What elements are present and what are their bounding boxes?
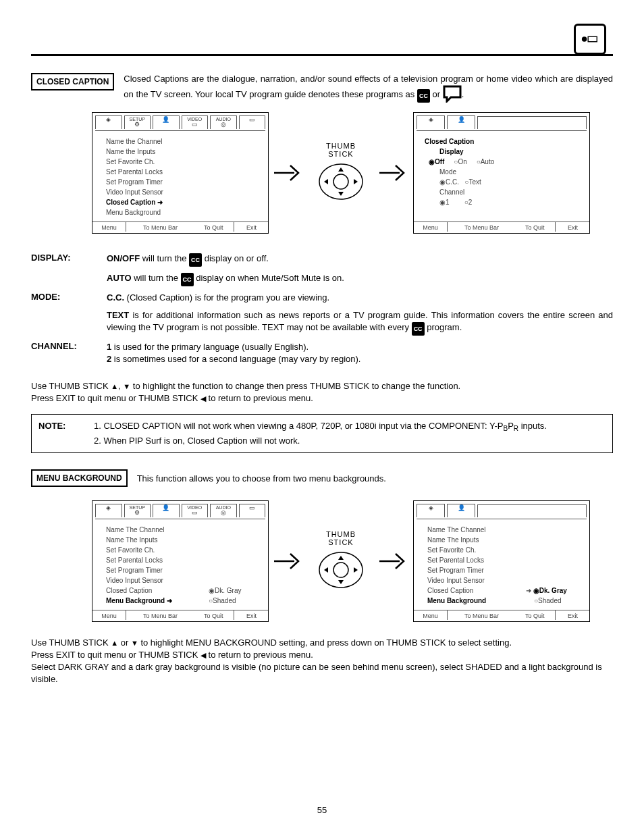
menu-item: Video Input Sensor [427,575,526,585]
menu-background-heading: MENU BACKGROUND [31,469,128,487]
menu-item: Set Program Timer [106,177,260,187]
channel-label: CHANNEL: [31,341,107,351]
closed-caption-heading: CLOSED CAPTION [31,73,114,90]
option-group: Display [439,147,581,157]
menu-item: Closed Caption [427,585,526,596]
display-label: DISPLAY: [31,253,107,263]
thumb-stick-illustration: THUMBSTICK [316,530,366,593]
menu-item: Name The Inputs [427,535,526,545]
menu-item: Closed Caption [106,585,209,596]
instruction-text: Use THUMB STICK ▲, ▼ to highlight the fu… [31,380,613,405]
menu-tabbar: ◈ SETUP⚙ 👤 VIDEO▭ AUDIO◎ ▭ [92,113,268,129]
menu-item: Name the Channel [106,136,260,147]
closed-caption-submenu-screen: ◈ 👤 Closed Caption Display Off On Auto M… [413,112,590,234]
menu-item: Set Favorite Ch. [106,545,209,555]
option-group: Mode [439,167,581,177]
option-group: Channel [439,187,581,197]
cc-icon: CC [412,322,425,336]
menu-item: Video Input Sensor [106,187,260,197]
channel-desc: 1 is used for the primary language (usua… [107,341,613,365]
menu-item: Set Favorite Ch. [427,545,526,555]
bg-option: Dk. Gray [209,585,260,596]
svg-point-0 [582,36,587,41]
menu-item: Set Parental Locks [106,555,209,565]
svg-rect-1 [588,36,597,41]
menu-tabbar: ◈ 👤 [414,501,589,517]
arrow-icon [273,550,304,573]
arrow-icon [273,161,304,184]
menu-item-selected: Closed Caption [106,197,260,207]
menu-item: Set Parental Locks [427,555,526,565]
note-box: NOTE: 1. CLOSED CAPTION will not work wh… [31,414,613,453]
setup-menu-screen: ◈ SETUP⚙ 👤 VIDEO▭ AUDIO◎ ▭ Name the Chan… [92,112,269,234]
setup-menu-screen-result: ◈ 👤 Name The Channel Name The Inputs Set… [413,500,590,622]
page-corner-icon [574,24,606,55]
menu-tabbar: ◈ 👤 [414,113,589,129]
menu-item: Name The Inputs [106,535,209,545]
screen-footer: Menu To Menu Bar To Quit Exit [414,221,589,233]
menu-item: Name The Channel [427,525,526,535]
mode-desc-text: TEXT is for additional information such … [107,309,613,336]
menu-item: Menu Background [106,207,260,217]
display-desc-auto: AUTO will turn the CC display on when Mu… [107,272,613,286]
arrow-icon [378,550,409,573]
option-row: C.C. Text [439,177,581,187]
menu-background-intro: This function allows you to choose from … [137,473,386,484]
menu-item: Set Favorite Ch. [106,157,260,167]
mode-label: MODE: [31,292,107,302]
option-row: Off On Auto [439,157,581,167]
menu-item: Set Program Timer [106,565,209,575]
svg-point-5 [333,563,348,577]
menu-item: Set Parental Locks [106,167,260,177]
top-rule [31,54,613,56]
menu-item: Video Input Sensor [106,575,209,585]
mode-desc: C.C. (Closed Caption) is for the program… [107,292,613,304]
cc-icon: CC [181,273,194,286]
bg-option-selected: ➜ Dk. Gray [526,585,581,596]
closed-caption-intro: Closed Captions are the dialogue, narrat… [124,73,613,103]
menu-item: Name The Channel [106,525,209,535]
display-desc: ON/OFF will turn the CC display on or of… [107,253,613,267]
svg-point-3 [333,174,348,189]
option-row: 1 2 [439,197,581,207]
bg-option: Shaded [526,596,581,606]
setup-menu-screen: ◈ SETUP⚙ 👤 VIDEO▭ AUDIO◎ ▭ Name The Chan… [92,500,269,622]
bg-option: Shaded [209,596,260,606]
instruction-text-2: Use THUMB STICK ▲ or ▼ to highlight MENU… [31,637,613,685]
cc-icon: CC [417,89,430,103]
page-number: 55 [0,805,644,815]
menu-item: Set Program Timer [427,565,526,575]
menu-item-selected: Menu Background [106,596,209,606]
submenu-title: Closed Caption [425,136,581,147]
screen-footer: Menu To Menu Bar To Quit Exit [414,610,589,621]
menu-tabbar: ◈ SETUP⚙ 👤 VIDEO▭ AUDIO◎ ▭ [92,501,268,517]
chat-bubble-icon [443,85,462,103]
thumb-stick-illustration: THUMBSTICK [316,142,366,205]
arrow-icon [378,161,409,184]
screen-footer: Menu To Menu Bar To Quit Exit [92,221,268,233]
cc-icon: CC [189,253,202,267]
menu-item-selected: Menu Background [427,596,526,606]
screen-footer: Menu To Menu Bar To Quit Exit [92,610,268,621]
menu-item: Name the Inputs [106,147,260,157]
